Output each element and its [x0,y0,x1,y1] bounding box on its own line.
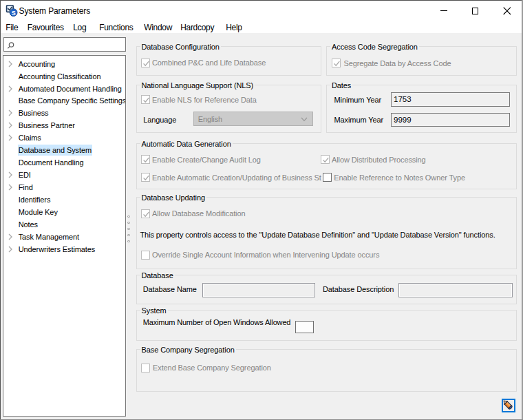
svg-text:S: S [12,10,16,17]
